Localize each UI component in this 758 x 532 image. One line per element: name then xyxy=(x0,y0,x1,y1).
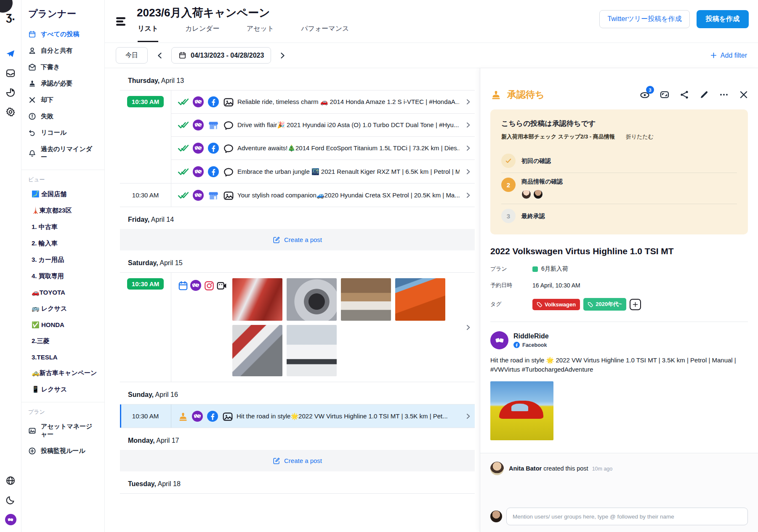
tab-assets[interactable]: アセット xyxy=(247,24,274,42)
approval-step-2: 2 商品情報の確認 xyxy=(501,173,737,204)
sidebar-section-views: ビュー xyxy=(21,170,104,186)
sidebar-item-mine-shared[interactable]: 自分と共有 xyxy=(21,43,104,59)
chevron-right-icon xyxy=(465,122,471,128)
add-filter-button[interactable]: Add filter xyxy=(710,52,747,59)
preview-eye-icon[interactable]: 3 xyxy=(640,90,650,100)
sidebar-item-asset-manager[interactable]: アセットマネージャー xyxy=(21,418,104,443)
approver-avatars xyxy=(521,189,563,199)
post-text: Drive with flair🎉 2021 Hyundai i20 Asta … xyxy=(237,121,460,129)
dark-mode-moon-icon[interactable] xyxy=(5,495,16,505)
draft-icon xyxy=(28,63,36,71)
next-range-icon[interactable] xyxy=(279,52,286,59)
approver-avatar[interactable] xyxy=(521,189,531,199)
sidebar-item-rejected[interactable]: 却下 xyxy=(21,92,104,108)
settings-gear-icon[interactable] xyxy=(5,107,16,117)
sidebar-view-item[interactable]: 4. 買取専用 xyxy=(21,268,104,285)
post-row[interactable]: Drive with flair🎉 2021 Hyundai i20 Asta … xyxy=(171,114,475,137)
menu-hamburger-icon[interactable] xyxy=(116,17,127,26)
tag-pill[interactable]: 2020年代~ xyxy=(583,298,626,311)
prev-range-icon[interactable] xyxy=(156,52,163,59)
sidebar-view-item[interactable]: 🚗TOYOTA xyxy=(21,285,104,301)
inbox-icon[interactable] xyxy=(5,68,16,78)
brand-avatar xyxy=(193,166,204,177)
sidebar-view-item[interactable]: 2.三菱 xyxy=(21,333,104,349)
share-icon[interactable] xyxy=(679,90,689,100)
post-row[interactable]: Adventure awaits!🎄2014 Ford EcoSport Tit… xyxy=(171,137,475,160)
twitter-thread-button[interactable]: Twitterツリー投稿を作成 xyxy=(599,10,689,28)
reports-icon[interactable] xyxy=(5,88,16,98)
approval-status: 承認待ち xyxy=(490,88,545,101)
rule-icon xyxy=(28,447,36,455)
expand-icon[interactable] xyxy=(660,90,670,100)
photo-post-icon xyxy=(223,190,233,200)
sidebar-view-item[interactable]: 3. カー用品 xyxy=(21,252,104,268)
activity-user-name: Anita Bator xyxy=(509,465,542,472)
calendar-icon xyxy=(178,51,186,59)
sidebar-item-post-monitoring-rules[interactable]: 投稿監視ルール xyxy=(21,443,104,459)
comment-input[interactable] xyxy=(506,508,748,525)
account-avatar xyxy=(490,331,508,349)
sidebar-title: プランナー xyxy=(21,5,104,26)
post-text: Reliable ride, timeless charm 🚗 2014 Hon… xyxy=(237,98,460,106)
post-row[interactable]: Embrace the urban jungle 🌃 2021 Renault … xyxy=(171,160,475,183)
step-label: 商品情報の確認 xyxy=(521,174,563,185)
media-post-row[interactable] xyxy=(171,273,475,382)
collapse-link[interactable]: 折りたたむ xyxy=(626,133,654,140)
post-row-selected[interactable]: Hit the road in style🌟2022 VW Virtus Hig… xyxy=(171,404,475,428)
day-header: Sunday, April 16 xyxy=(120,382,475,404)
create-post-row[interactable]: Create a post xyxy=(120,450,475,471)
brand-avatar xyxy=(193,96,204,107)
create-post-button[interactable]: 投稿を作成 xyxy=(697,10,749,28)
tags-label: タグ xyxy=(490,301,532,308)
today-button[interactable]: 今日 xyxy=(116,47,148,64)
brand-avatar xyxy=(192,411,203,422)
sidebar-item-drafts[interactable]: 下書き xyxy=(21,59,104,75)
globe-icon[interactable] xyxy=(5,476,16,486)
sidebar-view-item[interactable]: 🗼東京都23区 xyxy=(21,202,104,219)
compose-pencil-icon xyxy=(273,457,280,465)
statusbrew-logo[interactable]: ʒ. xyxy=(6,11,15,22)
sidebar-item-all-posts[interactable]: すべての投稿 xyxy=(21,26,104,43)
post-row[interactable]: Your stylish road companion🚙2020 Hyundai… xyxy=(171,184,475,207)
sidebar-item-label: 自分と共有 xyxy=(41,47,72,55)
post-image[interactable] xyxy=(490,381,553,440)
sidebar-view-item[interactable]: 3.TESLA xyxy=(21,349,104,365)
sidebar-view-item[interactable]: 📱 レクサス xyxy=(21,381,104,398)
compose-icon[interactable] xyxy=(5,49,16,59)
approval-step-1: 初回の確認 xyxy=(501,149,737,173)
sidebar-item-recalled[interactable]: リコール xyxy=(21,125,104,141)
tag-icon xyxy=(537,302,542,307)
tab-calendar[interactable]: カレンダー xyxy=(185,24,220,42)
approver-avatar[interactable] xyxy=(533,189,543,199)
compose-pencil-icon xyxy=(273,236,280,244)
date-toolbar: 今日 04/13/2023 - 04/28/2023 Add filter xyxy=(105,43,758,68)
tag-icon xyxy=(588,302,593,307)
add-tag-button[interactable] xyxy=(630,299,641,310)
activity-action: created this post xyxy=(543,465,588,472)
sidebar-item-failed[interactable]: 失敗 xyxy=(21,108,104,125)
tag-pill[interactable]: Volkswagen xyxy=(532,299,580,310)
facebook-icon xyxy=(208,143,219,154)
edit-pencil-icon[interactable] xyxy=(699,90,709,100)
sidebar-item-past-reminders[interactable]: 過去のリマインダー xyxy=(21,141,104,165)
schedule-list: Thursday, April 13 10:30 AM Reliable rid… xyxy=(105,68,480,532)
post-row[interactable]: Reliable ride, timeless charm 🚗 2014 Hon… xyxy=(171,90,475,114)
more-options-icon[interactable] xyxy=(719,90,729,100)
workspace-avatar[interactable] xyxy=(5,514,16,525)
tab-list[interactable]: リスト xyxy=(138,24,158,42)
close-icon[interactable] xyxy=(739,90,749,100)
tab-performance[interactable]: パフォーマンス xyxy=(301,24,349,42)
sidebar-item-needs-approval[interactable]: 承認が必要 xyxy=(21,75,104,92)
create-post-row[interactable]: Create a post xyxy=(120,229,475,250)
brand-avatar xyxy=(190,280,201,291)
sidebar-view-item[interactable]: 1. 中古車 xyxy=(21,219,104,235)
sidebar-view-item[interactable]: ✅ HONDA xyxy=(21,317,104,333)
sidebar-view-item[interactable]: 🚌 レクサス xyxy=(21,301,104,317)
date-range-button[interactable]: 04/13/2023 - 04/28/2023 xyxy=(171,47,271,64)
sidebar-view-item[interactable]: 🚕新古車キャンペーン xyxy=(21,365,104,381)
scheduled-calendar-icon xyxy=(178,280,188,290)
sidebar-view-item[interactable]: 🗾 全国店舗 xyxy=(21,186,104,202)
post-text: Embrace the urban jungle 🌃 2021 Renault … xyxy=(237,168,460,176)
sidebar-view-item[interactable]: 2. 輸入車 xyxy=(21,235,104,252)
plan-value[interactable]: 6月新入荷 xyxy=(532,265,568,273)
